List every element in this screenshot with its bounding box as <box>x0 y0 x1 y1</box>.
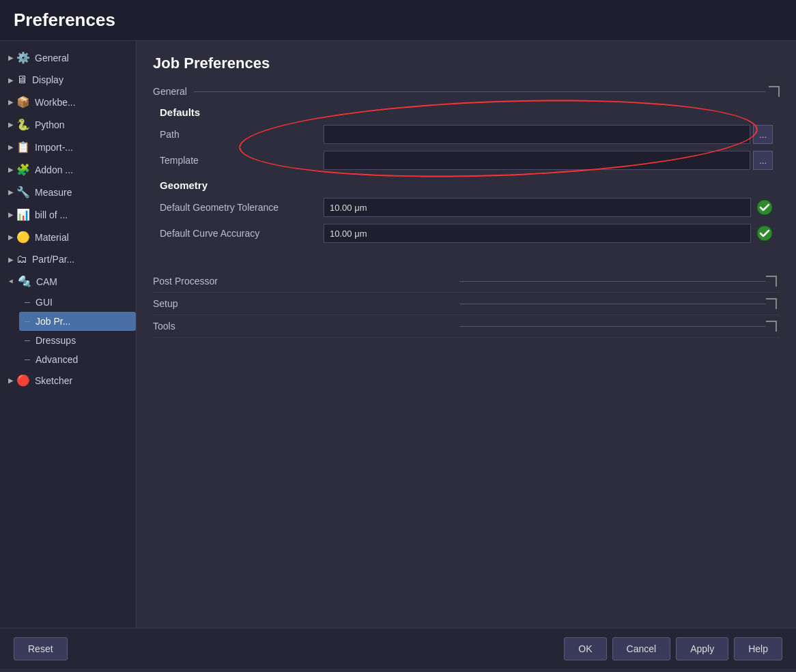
sidebar-item-label-addon: Addon ... <box>35 164 73 175</box>
geometry-title: Geometry <box>160 179 773 191</box>
svg-point-0 <box>757 200 772 215</box>
content-area: Job Preferences General Defaults Path ..… <box>137 41 796 628</box>
sidebar-sub-label-dressups: Dressups <box>35 335 76 346</box>
section-corner-general <box>769 86 780 97</box>
sidebar-item-addon[interactable]: ▶ 🧩 Addon ... <box>0 158 136 181</box>
spacer <box>153 250 780 270</box>
sidebar-item-sketcher[interactable]: ▶ 🔴 Sketcher <box>0 369 136 392</box>
sidebar-item-display[interactable]: ▶ 🖥 Display <box>0 69 136 91</box>
reset-button[interactable]: Reset <box>14 637 68 660</box>
tools-row[interactable]: Tools <box>153 315 780 338</box>
sidebar-sub-item-dressups[interactable]: Dressups <box>19 331 136 350</box>
arrow-material: ▶ <box>8 233 14 241</box>
page-title: Job Preferences <box>153 55 780 72</box>
sidebar-sub-label-gui: GUI <box>35 297 53 308</box>
arrow-bill: ▶ <box>8 211 14 218</box>
sidebar-sub-item-advanced[interactable]: Advanced <box>19 350 136 369</box>
sidebar-item-label-partpar: Part/Par... <box>32 254 74 265</box>
tolerance-value-text: 10.00 μm <box>330 203 367 213</box>
svg-point-1 <box>757 226 772 241</box>
section-header-general: General <box>153 86 780 97</box>
sidebar-item-python[interactable]: ▶ 🐍 Python <box>0 113 136 136</box>
sidebar-sub-item-gui[interactable]: GUI <box>19 293 136 312</box>
icon-display: 🖥 <box>16 74 27 86</box>
setup-label: Setup <box>153 298 459 309</box>
arrow-partpar: ▶ <box>8 256 14 263</box>
tolerance-value: 10.00 μm <box>324 198 751 217</box>
arrow-general: ▶ <box>8 54 14 61</box>
help-button[interactable]: Help <box>734 637 782 660</box>
sidebar-item-material[interactable]: ▶ 🟡 Material <box>0 226 136 248</box>
sidebar-item-cam[interactable]: ▼ 🔩 CAM <box>0 270 136 293</box>
action-buttons: OK Cancel Apply Help <box>564 637 782 660</box>
sidebar-sub-item-jobpr[interactable]: Job Pr... <box>19 312 136 331</box>
sidebar-item-bill[interactable]: ▶ 📊 bill of ... <box>0 203 136 226</box>
sidebar-sub-label-advanced: Advanced <box>35 354 78 365</box>
icon-measure: 🔧 <box>16 186 30 199</box>
path-row: Path ... <box>160 125 773 144</box>
sidebar-item-label-general: General <box>35 53 69 63</box>
section-label-general: General <box>153 86 187 97</box>
post-processor-row[interactable]: Post Processor <box>153 270 780 293</box>
arrow-python: ▶ <box>8 121 14 128</box>
accuracy-row: Default Curve Accuracy 10.00 μm <box>160 224 773 243</box>
ok-button[interactable]: OK <box>564 637 606 660</box>
sidebar-item-general[interactable]: ▶ ⚙️ General <box>0 46 136 69</box>
collapsible-sections: Post Processor Setup Tools <box>153 270 780 338</box>
main-layout: ▶ ⚙️ General ▶ 🖥 Display ▶ 📦 Workbe... ▶… <box>0 41 796 628</box>
arrow-cam: ▼ <box>8 278 15 285</box>
icon-sketcher: 🔴 <box>16 374 30 387</box>
icon-cam: 🔩 <box>18 275 31 288</box>
arrow-workbench: ▶ <box>8 98 14 106</box>
tools-label: Tools <box>153 321 459 332</box>
section-line-general <box>194 91 766 92</box>
tools-line <box>459 326 766 327</box>
icon-partpar: 🗂 <box>16 253 27 265</box>
sub-dot-gui <box>25 302 30 303</box>
accuracy-value-text: 10.00 μm <box>330 229 367 239</box>
post-processor-corner <box>766 276 777 287</box>
tolerance-label: Default Geometry Tolerance <box>160 202 324 213</box>
accuracy-label: Default Curve Accuracy <box>160 228 324 239</box>
sidebar-item-label-import: Import-... <box>35 142 73 153</box>
arrow-measure: ▶ <box>8 188 14 196</box>
template-label: Template <box>160 155 324 166</box>
cancel-button[interactable]: Cancel <box>612 637 671 660</box>
accuracy-check-icon <box>756 225 773 242</box>
sidebar-item-label-material: Material <box>35 232 69 243</box>
icon-addon: 🧩 <box>16 163 30 176</box>
icon-general: ⚙️ <box>16 51 30 64</box>
setup-corner <box>766 298 777 309</box>
icon-material: 🟡 <box>16 231 30 244</box>
sidebar-item-label-bill: bill of ... <box>35 209 68 220</box>
template-input[interactable] <box>324 151 750 170</box>
post-processor-line <box>459 281 766 282</box>
template-browse-button[interactable]: ... <box>753 151 773 170</box>
template-row: Template ... <box>160 151 773 170</box>
sidebar-item-label-python: Python <box>35 119 65 130</box>
icon-workbench: 📦 <box>16 96 30 108</box>
apply-button[interactable]: Apply <box>676 637 728 660</box>
sidebar-item-partpar[interactable]: ▶ 🗂 Part/Par... <box>0 248 136 270</box>
arrow-addon: ▶ <box>8 166 14 173</box>
cam-children: GUI Job Pr... Dressups Advanced <box>0 293 136 369</box>
accuracy-value: 10.00 μm <box>324 224 751 243</box>
path-input[interactable] <box>324 125 750 144</box>
title-bar: Preferences <box>0 0 796 41</box>
sidebar-item-workbench[interactable]: ▶ 📦 Workbe... <box>0 91 136 113</box>
sidebar-item-measure[interactable]: ▶ 🔧 Measure <box>0 181 136 203</box>
defaults-section: Defaults Path ... Template ... Geometry … <box>153 106 780 243</box>
sidebar-item-label-workbench: Workbe... <box>35 97 76 108</box>
sub-dot-advanced <box>25 360 30 360</box>
path-label: Path <box>160 129 324 140</box>
sidebar-sub-label-jobpr: Job Pr... <box>35 316 70 327</box>
bottom-bar: Reset OK Cancel Apply Help <box>0 628 796 669</box>
path-browse-button[interactable]: ... <box>753 125 773 144</box>
sidebar-item-import[interactable]: ▶ 📋 Import-... <box>0 136 136 158</box>
icon-bill: 📊 <box>16 208 30 221</box>
defaults-title: Defaults <box>160 106 773 118</box>
icon-import: 📋 <box>16 141 30 154</box>
icon-python: 🐍 <box>16 118 30 131</box>
setup-row[interactable]: Setup <box>153 293 780 315</box>
sidebar-item-label-display: Display <box>32 74 63 85</box>
